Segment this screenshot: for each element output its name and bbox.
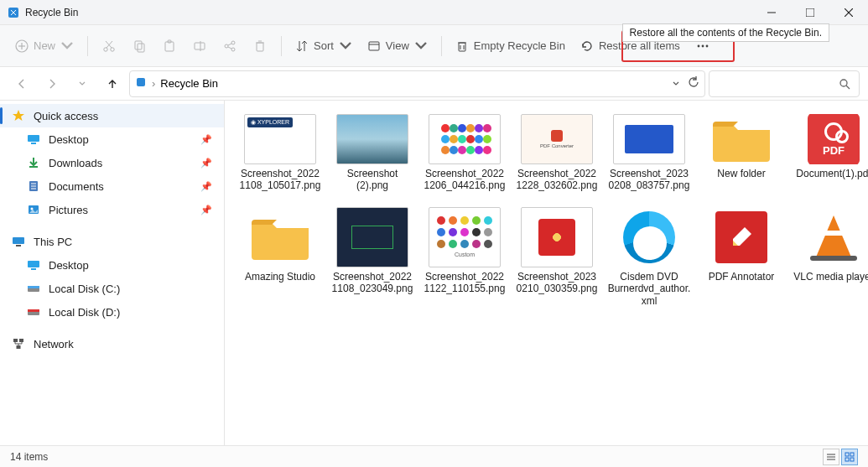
pin-icon: 📌 — [200, 181, 212, 192]
svg-rect-40 — [28, 135, 39, 142]
refresh-button[interactable] — [688, 76, 699, 91]
svg-rect-64 — [850, 453, 854, 456]
svg-rect-66 — [850, 458, 854, 461]
recycle-bin-icon — [135, 76, 147, 91]
sidebar-item-pictures[interactable]: Pictures 📌 — [0, 198, 224, 221]
paste-button[interactable] — [155, 32, 184, 60]
pin-icon: 📌 — [200, 158, 212, 169]
svg-point-34 — [697, 44, 699, 47]
svg-rect-16 — [195, 43, 205, 49]
svg-point-35 — [701, 44, 704, 47]
recycle-bin-icon — [7, 6, 20, 19]
minimize-button[interactable] — [752, 0, 791, 25]
file-item[interactable]: Screenshot_20230208_083757.png — [607, 114, 691, 192]
sidebar-quick-access[interactable]: Quick access — [0, 104, 224, 127]
file-item[interactable]: PDF Document(1).pdf — [792, 114, 868, 192]
delete-button[interactable] — [246, 32, 274, 60]
pin-icon: 📌 — [200, 134, 212, 145]
navigation-pane: Quick access Desktop 📌 Downloads 📌 Docum… — [0, 101, 225, 445]
sidebar-label: Local Disk (C:) — [49, 283, 120, 295]
pin-icon: 📌 — [200, 205, 212, 215]
file-item[interactable]: Screenshot_20221206_044216.png — [423, 114, 507, 192]
sidebar-item-pc-desktop[interactable]: Desktop — [0, 253, 224, 277]
folder-icon — [705, 114, 777, 164]
share-button[interactable] — [216, 32, 244, 60]
svg-point-20 — [231, 48, 235, 51]
icons-view-button[interactable] — [841, 449, 858, 465]
download-icon — [27, 156, 40, 169]
svg-rect-63 — [845, 453, 849, 456]
sidebar-item-local-disk-c[interactable]: Local Disk (C:) — [0, 277, 224, 300]
details-view-button[interactable] — [823, 449, 839, 465]
svg-point-9 — [111, 47, 114, 50]
svg-rect-41 — [31, 143, 36, 144]
file-label: Screenshot (2).png — [330, 168, 414, 192]
window-title: Recycle Bin — [25, 7, 78, 18]
new-button[interactable]: New — [8, 32, 81, 60]
recent-locations-button[interactable] — [69, 70, 96, 97]
sidebar-this-pc[interactable]: This PC — [0, 230, 224, 253]
file-item[interactable]: ◉ XYPLORER Screenshot_20221108_105017.pn… — [238, 114, 322, 192]
file-label: PDF Annotator — [709, 271, 775, 283]
address-bar[interactable]: › Recycle Bin — [129, 70, 705, 97]
svg-rect-23 — [257, 43, 263, 51]
svg-rect-14 — [165, 42, 174, 51]
sidebar-label: Network — [34, 338, 74, 350]
svg-rect-12 — [135, 41, 142, 49]
svg-line-11 — [106, 41, 112, 48]
sidebar-label: Pictures — [49, 204, 88, 216]
svg-point-38 — [840, 80, 847, 86]
status-bar: 14 items — [0, 445, 868, 467]
empty-label: Empty Recycle Bin — [474, 39, 565, 52]
maximize-button[interactable] — [791, 0, 829, 25]
title-bar: Recycle Bin — [0, 0, 868, 25]
sort-button[interactable]: Sort — [288, 32, 359, 60]
file-label: Screenshot_20221206_044216.png — [423, 168, 507, 192]
view-button[interactable]: View — [361, 32, 434, 60]
svg-line-22 — [228, 47, 231, 49]
file-item[interactable]: VLC media player — [792, 207, 868, 307]
file-item[interactable]: Screenshot_20221108_023049.png — [330, 207, 414, 307]
cut-button[interactable] — [95, 32, 123, 60]
file-item[interactable]: Amazing Studio — [238, 207, 322, 307]
copy-button[interactable] — [125, 32, 153, 60]
sidebar-item-desktop[interactable]: Desktop 📌 — [0, 127, 224, 151]
svg-rect-28 — [369, 42, 379, 50]
sidebar-label: Desktop — [49, 133, 89, 146]
file-list-area[interactable]: ◉ XYPLORER Screenshot_20221108_105017.pn… — [225, 101, 868, 445]
svg-line-10 — [107, 41, 112, 48]
sidebar-item-documents[interactable]: Documents 📌 — [0, 174, 224, 198]
sidebar-network[interactable]: Network — [0, 332, 224, 355]
back-button[interactable] — [8, 70, 35, 97]
address-dropdown-icon[interactable] — [673, 77, 679, 90]
sidebar-label: Desktop — [49, 259, 89, 272]
file-item[interactable]: Screenshot_20230210_030359.png — [515, 207, 599, 307]
svg-rect-58 — [19, 339, 23, 342]
sidebar-item-local-disk-d[interactable]: Local Disk (D:) — [0, 300, 224, 324]
svg-line-21 — [228, 44, 231, 45]
file-label: Screenshot_20221228_032602.png — [515, 168, 599, 192]
network-icon — [12, 337, 25, 350]
file-item[interactable]: New folder — [699, 114, 783, 192]
svg-rect-57 — [13, 339, 18, 342]
up-button[interactable] — [99, 70, 126, 97]
file-item[interactable]: Screenshot (2).png — [330, 114, 414, 192]
svg-rect-54 — [28, 286, 39, 288]
close-button[interactable] — [829, 0, 868, 25]
file-item[interactable]: PDF Converter Screenshot_20221228_032602… — [515, 114, 599, 192]
sidebar-item-downloads[interactable]: Downloads 📌 — [0, 151, 224, 174]
sidebar-label: Quick access — [34, 110, 98, 122]
view-label: View — [386, 39, 409, 52]
document-icon — [27, 179, 40, 193]
search-box[interactable] — [709, 70, 860, 97]
breadcrumb-segment[interactable]: Recycle Bin — [160, 77, 218, 90]
forward-button[interactable] — [39, 70, 65, 97]
disk-icon — [27, 282, 40, 295]
empty-recycle-bin-button[interactable]: Empty Recycle Bin — [449, 32, 572, 60]
desktop-icon — [27, 258, 40, 272]
file-item[interactable]: PDF Annotator — [699, 207, 783, 307]
file-item[interactable]: Custom Screenshot_20221122_110155.png — [423, 207, 507, 307]
rename-button[interactable] — [185, 32, 214, 60]
svg-line-39 — [846, 86, 850, 89]
file-item[interactable]: Cisdem DVD Burnerdvd_author.xml — [607, 207, 691, 307]
